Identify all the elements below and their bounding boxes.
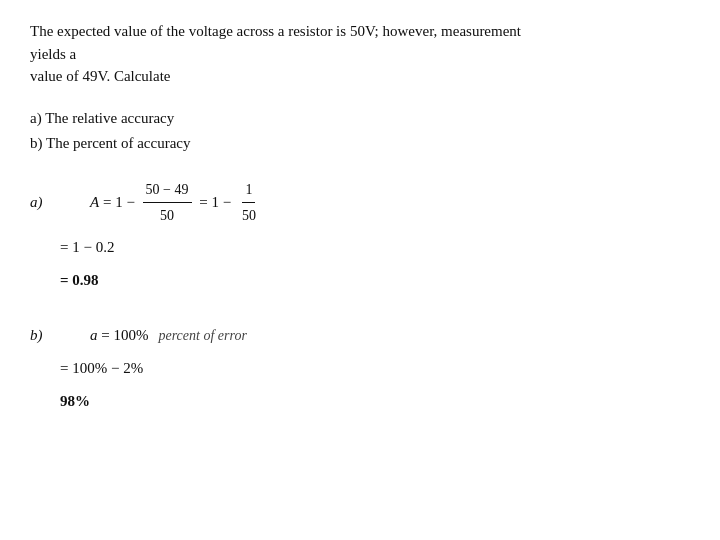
solutions-block: a) A = 1 − 50 − 49 50 = 1 − 1 50 = 1 − 0… [30,177,690,415]
solution-a-step1-eq: = 1 − [196,189,235,216]
frac2-numerator: 1 [242,177,255,203]
frac1-denominator: 50 [157,203,177,228]
intro-line1: The expected value of the voltage across… [30,23,521,39]
solution-a-frac1: 50 − 49 50 [143,177,192,228]
question-a: a) The relative accuracy [30,106,690,132]
solution-a-label: a) [30,189,90,216]
solution-a-step2: = 1 − 0.2 [60,234,690,261]
frac2-denominator: 50 [239,203,259,228]
solution-b-step1-line: b) a = 100% percent of error [30,322,690,349]
solution-a-a-equals: A [90,189,99,216]
solution-b-equals-100: = 100% [98,322,149,349]
solution-b-step2: = 100% − 2% [60,355,690,382]
intro-paragraph: The expected value of the voltage across… [30,20,690,88]
solution-part-b: b) a = 100% percent of error = 100% − 2%… [30,322,690,415]
solution-a-step1: a) A = 1 − 50 − 49 50 = 1 − 1 50 [30,177,690,228]
question-b: b) The percent of accuracy [30,131,690,157]
solution-a-step3: = 0.98 [60,267,690,294]
solution-a-step2-text: = 1 − 0.2 [60,234,114,261]
solution-b-a-italic: a [90,322,98,349]
solution-a-frac2: 1 50 [239,177,259,228]
solution-part-a: a) A = 1 − 50 − 49 50 = 1 − 1 50 = 1 − 0… [30,177,690,294]
frac1-numerator: 50 − 49 [143,177,192,203]
solution-b-step2-text: = 100% − 2% [60,355,143,382]
solution-b-label: b) [30,322,90,349]
solution-b-step3-text: 98% [60,388,90,415]
solution-a-equals: = 1 − [99,189,138,216]
solution-b-step3: 98% [60,388,690,415]
solution-a-step3-text: = 0.98 [60,267,99,294]
intro-line3: value of 49V. Calculate [30,68,171,84]
intro-line2: yields a [30,46,76,62]
percent-error-label: percent of error [158,323,246,348]
questions-block: a) The relative accuracy b) The percent … [30,106,690,157]
